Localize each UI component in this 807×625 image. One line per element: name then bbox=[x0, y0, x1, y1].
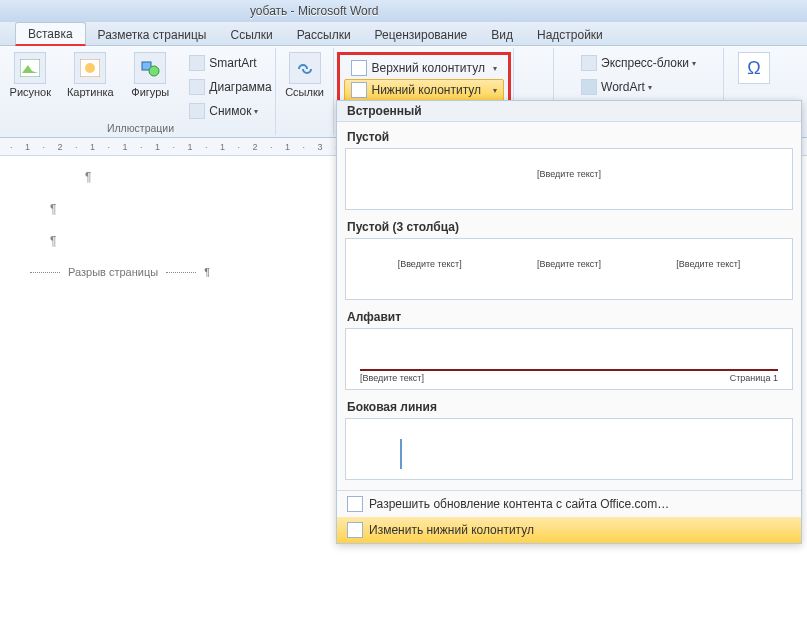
page-preview[interactable]: ¶ ¶ ¶ Разрыв страницы ¶ bbox=[30, 170, 310, 278]
btn-symbol[interactable]: Ω bbox=[727, 50, 781, 84]
btn-header-label: Верхний колонтитул bbox=[372, 61, 485, 75]
page-number-label: Страница 1 bbox=[730, 373, 778, 383]
chevron-down-icon: ▾ bbox=[648, 83, 652, 92]
window-titlebar: уобать - Microsoft Word bbox=[0, 0, 807, 22]
header-footer-highlight: Верхний колонтитул ▾ Нижний колонтитул ▾ bbox=[337, 52, 511, 106]
chevron-down-icon: ▾ bbox=[254, 107, 258, 116]
btn-edit-footer-label: Изменить нижний колонтитул bbox=[369, 523, 534, 537]
tab-mailings[interactable]: Рассылки bbox=[285, 24, 363, 45]
page-break-marker: Разрыв страницы ¶ bbox=[30, 266, 310, 278]
tab-review[interactable]: Рецензирование bbox=[363, 24, 480, 45]
picture-icon bbox=[14, 52, 46, 84]
group-links: Ссылки bbox=[276, 48, 334, 135]
btn-quickparts[interactable]: Экспресс-блоки▾ bbox=[575, 52, 702, 74]
tab-addins[interactable]: Надстройки bbox=[525, 24, 615, 45]
gallery-footer: Разрешить обновление контента с сайта Of… bbox=[337, 490, 801, 543]
svg-point-3 bbox=[85, 63, 95, 73]
btn-smartart[interactable]: SmartArt bbox=[183, 52, 277, 74]
chevron-down-icon: ▾ bbox=[692, 59, 696, 68]
btn-clipart-label: Картинка bbox=[67, 87, 114, 99]
option-blank-3col[interactable]: [Введите текст] [Введите текст] [Введите… bbox=[345, 238, 793, 300]
chevron-down-icon: ▾ bbox=[493, 86, 497, 95]
quickparts-icon bbox=[581, 55, 597, 71]
refresh-icon bbox=[347, 496, 363, 512]
omega-icon: Ω bbox=[738, 52, 770, 84]
paragraph-mark: ¶ bbox=[50, 202, 310, 216]
btn-shapes-label: Фигуры bbox=[131, 87, 169, 99]
btn-footer[interactable]: Нижний колонтитул ▾ bbox=[344, 79, 504, 101]
btn-shapes[interactable]: Фигуры bbox=[123, 50, 177, 99]
placeholder-text: [Введите текст] bbox=[360, 373, 424, 383]
btn-edit-footer[interactable]: Изменить нижний колонтитул bbox=[337, 517, 801, 543]
paragraph-mark: ¶ bbox=[85, 170, 310, 184]
wordart-icon bbox=[581, 79, 597, 95]
footer-icon bbox=[351, 82, 367, 98]
group-illustrations-label: Иллюстрации bbox=[6, 122, 275, 134]
btn-smartart-label: SmartArt bbox=[209, 56, 256, 70]
footer-gallery-dropdown: Встроенный Пустой [Введите текст] Пустой… bbox=[336, 100, 802, 544]
edit-footer-icon bbox=[347, 522, 363, 538]
header-icon bbox=[351, 60, 367, 76]
btn-office-update[interactable]: Разрешить обновление контента с сайта Of… bbox=[337, 491, 801, 517]
group-illustrations: Рисунок Картинка Фигуры SmartArt Диаграм… bbox=[6, 48, 276, 135]
btn-wordart[interactable]: WordArt▾ bbox=[575, 76, 702, 98]
paragraph-mark: ¶ bbox=[50, 234, 310, 248]
screenshot-icon bbox=[189, 103, 205, 119]
btn-chart-label: Диаграмма bbox=[209, 80, 271, 94]
links-icon bbox=[289, 52, 321, 84]
btn-picture[interactable]: Рисунок bbox=[3, 50, 57, 99]
btn-picture-label: Рисунок bbox=[10, 87, 52, 99]
btn-screenshot[interactable]: Снимок▾ bbox=[183, 100, 277, 122]
btn-chart[interactable]: Диаграмма bbox=[183, 76, 277, 98]
btn-footer-label: Нижний колонтитул bbox=[372, 83, 482, 97]
placeholder-text: [Введите текст] bbox=[360, 169, 778, 179]
placeholder-text: [Введите текст] bbox=[537, 259, 601, 269]
smartart-icon bbox=[189, 55, 205, 71]
btn-links-label: Ссылки bbox=[285, 87, 324, 99]
placeholder-text: [Введите текст] bbox=[676, 259, 740, 269]
paragraph-mark: ¶ bbox=[204, 266, 210, 278]
option-blank[interactable]: [Введите текст] bbox=[345, 148, 793, 210]
btn-quickparts-label: Экспресс-блоки bbox=[601, 56, 689, 70]
shapes-icon bbox=[134, 52, 166, 84]
btn-screenshot-label: Снимок bbox=[209, 104, 251, 118]
tab-references[interactable]: Ссылки bbox=[218, 24, 284, 45]
chart-icon bbox=[189, 79, 205, 95]
btn-clipart[interactable]: Картинка bbox=[63, 50, 117, 99]
tab-insert[interactable]: Вставка bbox=[15, 22, 86, 46]
option-sideline[interactable] bbox=[345, 418, 793, 480]
gallery-body: Пустой [Введите текст] Пустой (3 столбца… bbox=[337, 122, 801, 490]
option-alphabet[interactable]: [Введите текст] Страница 1 bbox=[345, 328, 793, 390]
ribbon-tabs: Вставка Разметка страницы Ссылки Рассылк… bbox=[0, 22, 807, 46]
gallery-section-header: Встроенный bbox=[337, 101, 801, 122]
btn-links[interactable]: Ссылки bbox=[278, 50, 332, 99]
placeholder-text: [Введите текст] bbox=[398, 259, 462, 269]
chevron-down-icon: ▾ bbox=[493, 64, 497, 73]
btn-office-update-label: Разрешить обновление контента с сайта Of… bbox=[369, 497, 669, 511]
tab-page-layout[interactable]: Разметка страницы bbox=[86, 24, 219, 45]
page-break-label: Разрыв страницы bbox=[60, 266, 166, 278]
option-sideline-title: Боковая линия bbox=[347, 400, 793, 414]
document-title: уобать - Microsoft Word bbox=[250, 4, 378, 18]
option-blank3-title: Пустой (3 столбца) bbox=[347, 220, 793, 234]
tab-view[interactable]: Вид bbox=[479, 24, 525, 45]
clipart-icon bbox=[74, 52, 106, 84]
btn-wordart-label: WordArt bbox=[601, 80, 645, 94]
option-alphabet-title: Алфавит bbox=[347, 310, 793, 324]
btn-header[interactable]: Верхний колонтитул ▾ bbox=[344, 57, 504, 79]
option-blank-title: Пустой bbox=[347, 130, 793, 144]
svg-point-5 bbox=[149, 66, 159, 76]
